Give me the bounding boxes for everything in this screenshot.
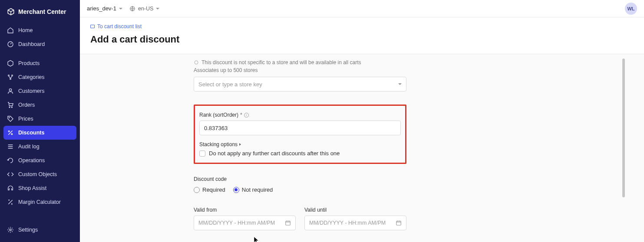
chevron-down-icon <box>398 83 402 85</box>
sidebar-item-label: Customers <box>18 88 44 94</box>
date-placeholder: MM/DD/YYYY - HH:mm AM/PM <box>309 220 386 226</box>
main: aries_dev-1 en-US WL To cart discount li… <box>80 0 644 242</box>
list-icon <box>7 143 14 150</box>
rank-input[interactable] <box>199 121 401 135</box>
avatar[interactable]: WL <box>625 3 637 15</box>
stacking-checkbox-label: Do not apply any further cart discounts … <box>209 150 340 157</box>
stacking-checkbox-row[interactable]: Do not apply any further cart discounts … <box>199 150 401 157</box>
valid-until-input[interactable]: MM/DD/YYYY - HH:mm AM/PM <box>304 216 406 230</box>
calc-icon <box>7 199 14 206</box>
store-placeholder: Select or type a store key <box>198 81 262 88</box>
radio-checked-icon <box>233 187 239 193</box>
svg-point-2 <box>12 75 13 76</box>
refresh-icon <box>7 157 14 164</box>
cart-icon <box>7 101 14 108</box>
sidebar-item-prices[interactable]: Prices <box>0 112 80 126</box>
sidebar-item-label: Home <box>18 27 33 33</box>
headset-icon <box>7 185 14 192</box>
date-placeholder: MM/DD/YYYY - HH:mm AM/PM <box>198 220 275 226</box>
sidebar-item-margincalc[interactable]: Margin Calculator <box>0 195 80 209</box>
sidebar-item-label: Dashboard <box>18 41 45 47</box>
page-title: Add a cart discount <box>90 34 634 45</box>
globe-icon <box>129 6 135 12</box>
brand-label: Merchant Center <box>18 8 66 15</box>
store-select[interactable]: Select or type a store key <box>194 77 406 92</box>
sidebar-item-categories[interactable]: Categories <box>0 70 80 84</box>
page-header: To cart discount list Add a cart discoun… <box>80 17 644 54</box>
brand: Merchant Center <box>0 5 80 23</box>
sidebar-item-label: Shop Assist <box>18 185 46 191</box>
sidebar-item-orders[interactable]: Orders <box>0 98 80 112</box>
sidebar-item-label: Discounts <box>18 130 44 136</box>
highlight-box: Rank (sortOrder)* i Stacking options Do … <box>194 105 406 164</box>
percent-icon <box>7 129 14 136</box>
sidebar: Merchant Center Home Dashboard Products … <box>0 0 80 242</box>
project-switcher[interactable]: aries_dev-1 <box>87 5 122 12</box>
sidebar-item-products[interactable]: Products <box>0 56 80 70</box>
sidebar-item-discounts[interactable]: Discounts <box>3 126 76 140</box>
sidebar-item-label: Categories <box>18 74 44 80</box>
sidebar-item-label: Custom Objects <box>18 171 57 177</box>
sidebar-item-label: Prices <box>18 116 33 122</box>
sidebar-item-label: Products <box>18 60 40 66</box>
sidebar-item-operations[interactable]: Operations <box>0 154 80 167</box>
radio-required[interactable]: Required <box>194 186 225 193</box>
sidebar-item-home[interactable]: Home <box>0 23 80 37</box>
radio-label: Required <box>202 186 225 193</box>
svg-point-10 <box>10 229 11 231</box>
sidebar-item-customobjects[interactable]: Custom Objects <box>0 167 80 181</box>
sidebar-item-label: Orders <box>18 102 35 108</box>
tree-icon <box>7 74 14 81</box>
valid-from-input[interactable]: MM/DD/YYYY - HH:mm AM/PM <box>194 216 296 230</box>
tag-icon <box>7 115 14 122</box>
cursor-icon <box>254 236 260 242</box>
breadcrumb[interactable]: To cart discount list <box>90 23 634 29</box>
sidebar-item-settings[interactable]: Settings <box>0 223 80 237</box>
svg-point-6 <box>11 107 12 108</box>
sidebar-item-label: Audit log <box>18 144 40 150</box>
chevron-down-icon <box>119 8 122 10</box>
sidebar-item-label: Settings <box>18 227 38 233</box>
list-icon <box>90 25 95 28</box>
package-icon <box>7 60 14 67</box>
chevron-down-icon <box>156 8 159 10</box>
store-note-row: This discount is not specific to a store… <box>194 59 406 65</box>
sidebar-item-label: Operations <box>18 157 45 164</box>
topbar: aries_dev-1 en-US WL <box>80 0 644 17</box>
store-note: This discount is not specific to a store… <box>201 59 361 65</box>
project-name: aries_dev-1 <box>87 5 116 12</box>
store-hint: Associates up to 500 stores <box>194 67 406 73</box>
sidebar-item-customers[interactable]: Customers <box>0 84 80 98</box>
calendar-icon <box>396 220 402 226</box>
discount-code-label: Discount code <box>194 176 406 182</box>
stacking-label[interactable]: Stacking options <box>199 141 401 147</box>
radio-not-required[interactable]: Not required <box>233 186 273 193</box>
radio-unchecked-icon <box>194 187 200 193</box>
svg-rect-14 <box>396 221 401 225</box>
locale-name: en-US <box>138 6 153 12</box>
home-icon <box>7 27 14 34</box>
valid-until-label: Valid until <box>304 207 406 213</box>
valid-from-label: Valid from <box>194 207 296 213</box>
sidebar-item-dashboard[interactable]: Dashboard <box>0 37 80 51</box>
code-icon <box>7 171 14 178</box>
sidebar-item-label: Margin Calculator <box>18 199 61 205</box>
svg-rect-13 <box>286 221 291 225</box>
svg-point-5 <box>9 107 10 108</box>
cube-icon <box>7 8 15 16</box>
scrollbar[interactable] <box>622 59 626 232</box>
locale-switcher[interactable]: en-US <box>129 6 159 12</box>
gear-icon <box>7 226 14 233</box>
sidebar-item-auditlog[interactable]: Audit log <box>0 140 80 154</box>
svg-point-4 <box>9 89 11 91</box>
checkbox-unchecked-icon <box>199 150 205 157</box>
chevron-right-icon <box>239 143 241 146</box>
sidebar-item-shopassist[interactable]: Shop Assist <box>0 181 80 195</box>
person-icon <box>7 88 14 95</box>
radio-label: Not required <box>242 186 273 193</box>
info-icon[interactable]: i <box>244 113 249 118</box>
radio-unchecked-icon <box>194 60 199 65</box>
svg-point-1 <box>8 75 10 76</box>
svg-point-8 <box>8 131 10 132</box>
svg-point-9 <box>11 134 13 135</box>
